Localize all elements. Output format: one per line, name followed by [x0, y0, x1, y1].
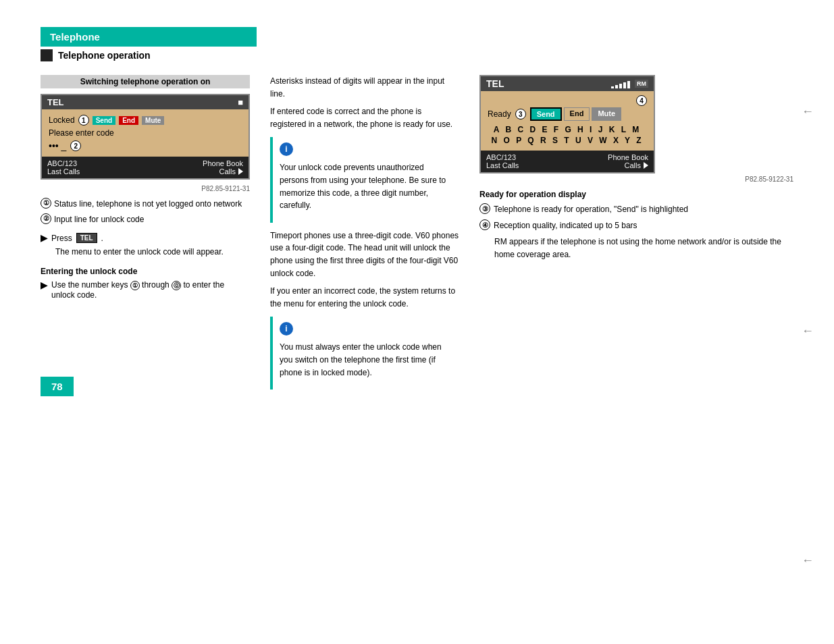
- keyboard-row1: A B C D E F G H I J K L M: [488, 125, 647, 134]
- tel-right-bottom: ABC/123 Last Calls Phone Book Calls: [481, 151, 654, 172]
- circle-4: 4: [636, 95, 647, 106]
- item4-text: Reception quality, indicated up to 5 bar…: [494, 219, 637, 232]
- info-box-2: i You must always enter the unlock code …: [270, 317, 459, 390]
- subtitle-text: Telephone operation: [58, 50, 151, 61]
- main-content: Switching telephone operation on TEL ■ L…: [41, 75, 793, 396]
- para1: Asterisks instead of digits will appear …: [270, 75, 459, 100]
- bar1: [611, 86, 614, 88]
- tel-badge: TEL: [76, 233, 97, 243]
- press-suffix: .: [101, 234, 103, 243]
- tel-screen-right: TEL RM 4: [479, 75, 655, 173]
- circle4-row: 4: [488, 95, 647, 106]
- tel-title-right: TEL: [486, 78, 504, 89]
- circle-start: ①: [130, 281, 140, 290]
- title-bar: Telephone: [41, 27, 257, 47]
- right-bottom-left1: ABC/123: [486, 153, 567, 161]
- item4-sub: RM appears if the telephone is not using…: [494, 236, 793, 261]
- bottom-left-group: ABC/123 Last Calls: [47, 159, 145, 176]
- right-bottom-right2: Calls: [625, 161, 641, 169]
- bar3: [619, 84, 622, 88]
- tel-title-left: TEL: [47, 97, 64, 107]
- para3: Timeport phones use a three-digit code. …: [270, 230, 459, 279]
- header-section: Telephone Telephone operation: [41, 27, 793, 61]
- bar5: [627, 81, 630, 88]
- item3: ③ Telephone is ready for operation, "Sen…: [479, 203, 793, 215]
- tel-signal-left: ■: [238, 97, 243, 107]
- margin-arrow-1: ←: [802, 105, 814, 119]
- item4-num: ④: [479, 219, 490, 230]
- bottom-right2: Calls: [219, 167, 236, 176]
- ready-text: Ready: [488, 109, 511, 119]
- tel-screen-body-left: Locked 1 Send End Mute Please enter code…: [42, 109, 249, 157]
- code-dots: ••• _: [49, 140, 66, 151]
- subtitle-square-icon: [41, 49, 53, 61]
- note-circle-2: ②: [41, 213, 51, 224]
- press-label: Press: [51, 234, 72, 243]
- right-bottom-left2: Last Calls: [486, 161, 567, 169]
- circle-1: 1: [78, 115, 89, 126]
- entering-title: Entering the unlock code: [41, 267, 250, 276]
- end-btn-left: End: [119, 116, 138, 125]
- section-label: Switching telephone operation on: [41, 75, 250, 88]
- para2: If entered code is correct and the phone…: [270, 105, 459, 130]
- info2-text: You must always enter the unlock code wh…: [280, 341, 452, 379]
- send-btn-right: Send: [530, 107, 562, 121]
- bottom-left1: ABC/123: [47, 159, 145, 167]
- right-bottom-right-group: Phone Book Calls: [568, 153, 648, 169]
- note-item-1: ① Status line, telephone is not yet logg…: [41, 198, 250, 211]
- circle-2: 2: [70, 140, 81, 151]
- end-btn-right: End: [564, 107, 590, 121]
- bar2: [615, 85, 618, 88]
- caption-right: P82.85-9122-31: [479, 176, 793, 183]
- bar4: [623, 82, 626, 88]
- press-row: ▶ Press TEL .: [41, 233, 250, 243]
- tel-screen-top-left: TEL ■: [42, 95, 249, 109]
- caption-left: P82.85-9121-31: [41, 185, 250, 192]
- page-number: 78: [41, 377, 74, 396]
- note-item-2: ② Input line for unlock code: [41, 213, 250, 226]
- arrow-right-icon: [238, 168, 243, 175]
- press-arrow: ▶: [41, 233, 47, 243]
- subtitle-bar: Telephone operation: [41, 49, 793, 61]
- circle-end: ⓪: [172, 281, 181, 290]
- middle-column: Asterisks instead of digits will appear …: [270, 75, 459, 396]
- tel-screen-right-top: TEL RM: [481, 76, 654, 91]
- right-bottom-right1: Phone Book: [608, 153, 648, 161]
- notes-list: ① Status line, telephone is not yet logg…: [41, 198, 250, 226]
- ready-label: Ready for operation display: [479, 190, 793, 199]
- para4: If you enter an incorrect code, the syst…: [270, 285, 459, 310]
- right-bottom-right2-row: Calls: [625, 161, 648, 169]
- bottom-right-group: Phone Book Calls: [146, 159, 243, 176]
- bottom-left2: Last Calls: [47, 167, 145, 176]
- tel-right-body: 4 Ready 3 Send End Mute A B C D E F G H …: [481, 91, 654, 151]
- circle-3: 3: [515, 109, 526, 119]
- tel-code-row: ••• _ 2: [49, 140, 242, 151]
- tel-screen-bottom-left: ABC/123 Last Calls Phone Book Calls: [42, 157, 249, 178]
- menu-note: The menu to enter the unlock code will a…: [55, 246, 250, 259]
- enter-code-text: Please enter code: [49, 128, 242, 138]
- item3-num: ③: [479, 203, 490, 214]
- note-text-1: Status line, telephone is not yet logged…: [54, 198, 242, 211]
- right-bottom-left-group: ABC/123 Last Calls: [486, 153, 567, 169]
- page-container: Telephone Telephone operation Switching …: [0, 0, 834, 423]
- left-column: Switching telephone operation on TEL ■ L…: [41, 75, 250, 396]
- note-text-2: Input line for unlock code: [54, 213, 144, 226]
- item3-text: Telephone is ready for operation, "Send"…: [494, 203, 688, 215]
- item4: ④ Reception quality, indicated up to 5 b…: [479, 219, 793, 232]
- instruction-arrow: ▶: [41, 280, 47, 290]
- mute-btn-right: Mute: [592, 107, 621, 121]
- arrow-right-icon-2: [644, 162, 648, 169]
- bottom-right2-row: Calls: [219, 167, 243, 176]
- info1-text: Your unlock code prevents unauthorized p…: [280, 161, 452, 211]
- rm-badge: RM: [635, 80, 648, 88]
- margin-arrow-2: ←: [802, 324, 814, 338]
- keyboard-row2: N O P Q R S T U V W X Y Z: [488, 136, 647, 145]
- note-circle-1: ①: [41, 198, 51, 209]
- ready-row: Ready 3 Send End Mute: [488, 107, 647, 121]
- btn-group-right: Send End Mute: [530, 107, 621, 121]
- right-column: TEL RM 4: [479, 75, 793, 396]
- bottom-right1: Phone Book: [203, 159, 243, 167]
- margin-arrow-3: ←: [802, 554, 814, 568]
- info-box-1: i Your unlock code prevents unauthorized…: [270, 137, 459, 222]
- info-icon-2: i: [280, 322, 293, 336]
